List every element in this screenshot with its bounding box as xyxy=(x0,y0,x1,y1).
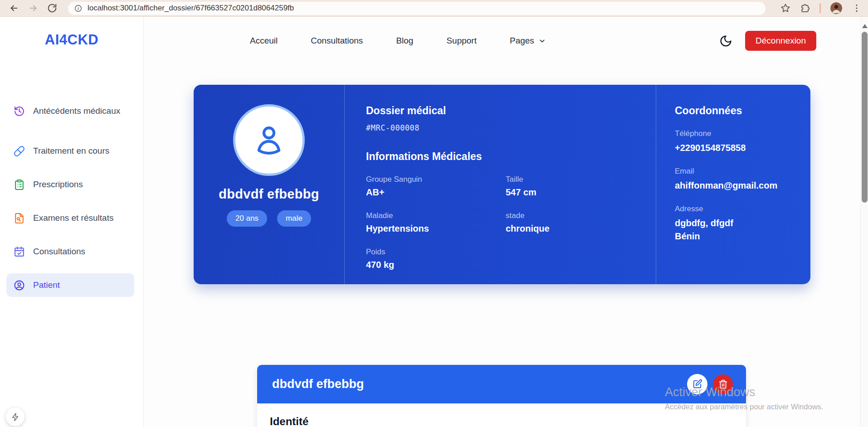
nav-link-acceuil[interactable]: Acceuil xyxy=(250,36,278,46)
nav-link-consultations[interactable]: Consultations xyxy=(311,36,363,46)
sidebar-item-patient[interactable]: Patient xyxy=(6,273,134,297)
profile-separator xyxy=(819,3,821,13)
screen: localhost:3001/afficher_dossier/67f66352… xyxy=(0,0,868,427)
trash-icon xyxy=(718,379,728,389)
patient-badges: 20 ans male xyxy=(227,210,311,227)
person-icon xyxy=(249,121,288,160)
sidebar-nav: Antécédents médicaux Traitement en cours… xyxy=(6,93,134,297)
age-badge: 20 ans xyxy=(227,210,267,227)
dossier-title: Dossier médical xyxy=(366,105,656,117)
app-logo: AI4CKD xyxy=(0,32,143,48)
field-value: +2290154875858 xyxy=(675,141,801,155)
field-value: 470 kg xyxy=(366,260,506,270)
sidebar-item-label: Patient xyxy=(33,280,60,291)
refresh-icon[interactable] xyxy=(47,3,57,13)
field-poids: Poids 470 kg xyxy=(366,247,506,270)
page-scrollbar xyxy=(860,17,868,427)
patient-summary-card: dbdvdf efbebbg 20 ans male Dossier médic… xyxy=(194,85,810,284)
field-label: stade xyxy=(506,211,656,220)
profile-photo-icon xyxy=(830,2,842,14)
field-groupe-sanguin: Groupe Sanguin AB+ xyxy=(366,175,506,198)
extensions-icon[interactable] xyxy=(800,3,810,13)
dark-mode-toggle-icon[interactable] xyxy=(719,34,732,48)
forward-icon[interactable] xyxy=(28,3,38,13)
clipboard-list-icon xyxy=(14,179,25,190)
bookmark-star-icon[interactable] xyxy=(780,3,790,13)
patient-name: dbdvdf efbebbg xyxy=(219,187,319,202)
patient-avatar xyxy=(233,104,305,176)
detail-card-actions xyxy=(687,374,733,394)
field-label: Adresse xyxy=(675,204,801,214)
history-icon xyxy=(14,106,25,117)
file-search-icon xyxy=(14,213,25,224)
medical-info-title: Informations Médicales xyxy=(366,150,656,163)
nav-link-support[interactable]: Support xyxy=(446,36,477,46)
field-taille: Taille 547 cm xyxy=(506,175,656,198)
logout-button[interactable]: Déconnexion xyxy=(745,31,816,51)
edit-pencil-icon xyxy=(692,379,702,389)
dossier-id: #MRC-000008 xyxy=(366,123,656,132)
browser-actions xyxy=(780,2,862,14)
field-value: chronique xyxy=(506,223,656,234)
detail-card-header: dbdvdf efbebbg xyxy=(257,365,746,403)
field-label: Maladie xyxy=(366,211,506,220)
field-value: dgbdfg, dfgdf xyxy=(675,217,801,230)
sex-badge: male xyxy=(277,210,311,227)
field-stade: stade chronique xyxy=(506,211,656,234)
detail-card-title: dbdvdf efbebbg xyxy=(272,377,364,391)
field-value-line2: Bénin xyxy=(675,230,801,243)
field-label: Taille xyxy=(506,175,656,184)
sidebar-item-antecedents[interactable]: Antécédents médicaux xyxy=(6,93,134,129)
sidebar-item-label: Prescriptions xyxy=(33,179,83,190)
medical-fields-grid: Groupe Sanguin AB+ Taille 547 cm Maladie… xyxy=(366,175,656,270)
browser-profile-avatar[interactable] xyxy=(830,2,842,14)
edit-button[interactable] xyxy=(687,374,707,394)
sidebar-item-label: Consultations xyxy=(33,246,85,257)
top-nav: Acceuil Consultations Blog Support Pages xyxy=(250,31,546,51)
field-label: Email xyxy=(675,167,801,176)
sidebar-item-label: Examens et résultats xyxy=(33,213,113,224)
browser-menu-icon[interactable] xyxy=(852,3,862,13)
field-value: AB+ xyxy=(366,187,506,198)
address-bar[interactable]: localhost:3001/afficher_dossier/67f66352… xyxy=(68,2,766,15)
sidebar-item-prescriptions[interactable]: Prescriptions xyxy=(6,173,134,196)
field-label: Groupe Sanguin xyxy=(366,175,506,184)
sidebar-item-examens[interactable]: Examens et résultats xyxy=(6,206,134,230)
identity-section-title: Identité xyxy=(270,415,746,427)
sidebar: AI4CKD Antécédents médicaux Traitement e… xyxy=(0,17,144,427)
patient-detail-card: dbdvdf efbebbg Identité xyxy=(257,365,746,427)
medical-info-panel: Dossier médical #MRC-000008 Informations… xyxy=(345,85,656,284)
sidebar-item-label: Antécédents médicaux xyxy=(33,106,120,117)
field-label: Téléphone xyxy=(675,129,801,138)
sidebar-item-label: Traitement en cours xyxy=(33,146,109,157)
sidebar-item-consultations[interactable]: Consultations xyxy=(6,240,134,263)
browser-toolbar: localhost:3001/afficher_dossier/67f66352… xyxy=(0,0,868,17)
field-label: Poids xyxy=(366,247,506,257)
scrollbar-up-arrow[interactable] xyxy=(862,24,868,28)
top-nav-actions: Déconnexion xyxy=(719,31,816,51)
nav-dropdown-pages[interactable]: Pages xyxy=(510,36,546,46)
sidebar-item-traitement[interactable]: Traitement en cours xyxy=(6,139,134,163)
url-text: localhost:3001/afficher_dossier/67f66352… xyxy=(88,4,294,13)
field-email: Email ahiffonman@gmail.com xyxy=(675,167,801,192)
field-maladie: Maladie Hypertensions xyxy=(366,211,506,234)
site-info-icon[interactable] xyxy=(74,5,82,12)
patient-identity-panel: dbdvdf efbebbg 20 ans male xyxy=(194,85,345,284)
field-telephone: Téléphone +2290154875858 xyxy=(675,129,801,155)
contact-panel: Coordonnées Téléphone +2290154875858 Ema… xyxy=(656,85,810,284)
delete-button[interactable] xyxy=(713,374,733,394)
field-value: Hypertensions xyxy=(366,223,506,234)
nav-link-blog[interactable]: Blog xyxy=(396,36,413,46)
scrollbar-thumb[interactable] xyxy=(862,32,868,203)
contact-title: Coordonnées xyxy=(675,105,801,117)
back-icon[interactable] xyxy=(9,3,19,13)
pill-icon xyxy=(14,146,25,157)
lightning-icon xyxy=(11,412,20,422)
field-value: ahiffonman@gmail.com xyxy=(675,179,801,192)
calendar-check-icon xyxy=(14,246,25,257)
field-adresse: Adresse dgbdfg, dfgdf Bénin xyxy=(675,204,801,243)
field-value: 547 cm xyxy=(506,187,656,198)
nav-dropdown-label: Pages xyxy=(510,36,534,46)
detail-card-body: Identité xyxy=(257,403,746,427)
devtools-button[interactable] xyxy=(6,408,24,426)
